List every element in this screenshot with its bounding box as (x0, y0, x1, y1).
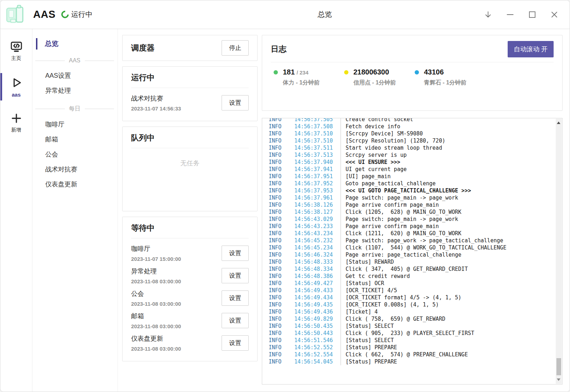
log-line: INFO 14:56:49.829 Click ( 758, 659) @ GE… (269, 315, 555, 323)
nav-rail: 主页 aas 新增 (0, 29, 32, 392)
log-level: INFO (269, 137, 294, 144)
log-message: Click ( 347, 405) @ GET_REWARD_CREDIT (346, 265, 468, 273)
sidebar-item[interactable]: 咖啡厅 (32, 117, 118, 132)
log-level: INFO (269, 265, 294, 273)
log-level: INFO (269, 287, 294, 294)
log-level: INFO (269, 144, 294, 151)
log-timestamp: 14:56:51.546 (294, 337, 338, 344)
settings-button[interactable]: 设置 (222, 290, 249, 306)
stat-dot-icon (415, 70, 419, 74)
log-message: Page switch: page_main -> page_work (346, 216, 458, 223)
log-scrollbar[interactable] (556, 119, 562, 384)
settings-button[interactable]: 设置 (222, 95, 249, 110)
log-line: INFO 14:56:48.334 Click ( 347, 405) @ GE… (269, 265, 555, 273)
sidebar-item[interactable]: 邮箱 (32, 132, 118, 147)
minimize-icon[interactable] (506, 10, 515, 19)
log-level: INFO (269, 230, 294, 237)
log-message: Goto page_tactical_challenge (346, 180, 436, 187)
log-separator (341, 280, 341, 287)
task-time: 2023-11-07 14:56:33 (131, 105, 181, 112)
log-timestamp: 14:56:37.510 (294, 137, 338, 144)
sidebar: 总览 AAS AAS设置 异常处理 每日 咖啡厅 邮箱 公会 战术对抗赛 (32, 29, 118, 392)
log-separator (341, 118, 341, 123)
sidebar-item-overview[interactable]: 总览 (32, 37, 118, 50)
log-separator (341, 159, 341, 166)
scroll-up-arrow-icon[interactable] (557, 122, 560, 124)
waiting-title: 等待中 (131, 223, 249, 233)
log-separator (341, 323, 341, 330)
log-line: INFO 14:56:52.554 Click ( 662, 574) @ PR… (269, 351, 555, 358)
download-icon[interactable] (483, 10, 493, 19)
log-message: [Status] PREPARE (346, 344, 397, 351)
log-level: INFO (269, 166, 294, 173)
log-level: INFO (269, 273, 294, 280)
log-timestamp: 14:56:50.443 (294, 330, 338, 337)
log-panel[interactable]: INFO 14:56:37.505 Create control socket … (262, 118, 563, 385)
settings-button[interactable]: 设置 (222, 268, 249, 283)
waiting-task-row: 咖啡厅 2023-11-07 15:00:00 设置 (131, 243, 249, 265)
queue-empty-text: 无任务 (131, 159, 249, 167)
log-message: Page arrive confirm page_main (346, 201, 439, 208)
log-level: INFO (269, 244, 294, 251)
log-level: INFO (269, 351, 294, 358)
close-icon[interactable] (550, 10, 559, 19)
log-level: INFO (269, 280, 294, 287)
stop-button[interactable]: 停止 (222, 40, 249, 56)
log-message: Page switch: page_main -> page_work (346, 194, 458, 201)
queue-title: 队列中 (131, 133, 249, 143)
log-line: INFO 14:56:37.510 [Scrcpy Device] SM-S90… (269, 130, 555, 137)
log-timestamp: 14:56:48.333 (294, 258, 338, 265)
log-line: INFO 14:56:45.234 Click (1107, 544) @ WO… (269, 244, 555, 251)
log-separator (341, 287, 341, 294)
maximize-icon[interactable] (528, 10, 537, 19)
sidebar-section-daily: 每日 (35, 105, 114, 113)
log-separator (341, 337, 341, 344)
app-name: AAS (33, 9, 56, 20)
log-message: Start video stream loop thread (346, 144, 442, 151)
rail-item-new[interactable]: 新增 (0, 109, 32, 136)
settings-button[interactable]: 设置 (222, 335, 249, 351)
log-line: INFO 14:56:50.443 Click ( 905, 233) @ PL… (269, 330, 555, 337)
scrollbar-thumb[interactable] (556, 358, 561, 375)
task-name: 邮箱 (131, 312, 181, 320)
queue-card: 队列中 无任务 (122, 127, 258, 211)
log-scroll-area[interactable]: INFO 14:56:37.505 Create control socket … (262, 118, 555, 384)
log-message: Fetch device info (346, 123, 400, 130)
log-line: INFO 14:56:37.513 Scrcpy server is up (269, 151, 555, 159)
waiting-task-row: 仪表盘更新 2023-11-08 03:00:00 设置 (131, 333, 249, 355)
log-line: INFO 14:56:37.941 UI get current page (269, 166, 555, 173)
task-name: 咖啡厅 (131, 244, 181, 253)
settings-button[interactable]: 设置 (222, 313, 249, 328)
sidebar-item[interactable]: 异常处理 (32, 83, 118, 98)
log-line: INFO 14:56:52.552 [Status] PREPARE (269, 344, 555, 351)
autoscroll-toggle-button[interactable]: 自动滚动 开 (508, 41, 554, 57)
rail-item-home[interactable]: 主页 (0, 37, 32, 65)
log-timestamp: 14:56:49.433 (294, 287, 338, 294)
sidebar-item[interactable]: 仪表盘更新 (32, 177, 118, 192)
log-separator (341, 123, 341, 130)
stat-item: 43106 青辉石 - 1分钟前 (415, 68, 485, 87)
log-line: INFO 14:56:37.961 Page switch: page_main… (269, 194, 555, 201)
sidebar-item[interactable]: 公会 (32, 147, 118, 162)
log-line: INFO 14:56:37.940 <<< UI ENSURE >>> (269, 159, 555, 166)
log-line: INFO 14:56:49.435 [OCR_TICKET 0.008s] (4… (269, 301, 555, 308)
rail-item-aas[interactable]: aas (0, 73, 32, 100)
sidebar-item[interactable]: AAS设置 (32, 68, 118, 83)
log-separator (341, 187, 341, 194)
task-time: 2023-11-08 03:00:00 (131, 278, 181, 284)
log-level: INFO (269, 180, 294, 187)
log-timestamp: 14:56:45.232 (294, 237, 338, 244)
log-line: INFO 14:56:37.508 Fetch device info (269, 123, 555, 130)
log-timestamp: 14:56:52.554 (294, 351, 338, 358)
sidebar-item[interactable]: 战术对抗赛 (32, 162, 118, 177)
settings-button[interactable]: 设置 (222, 246, 249, 261)
sidebar-section-aas-items: AAS设置 异常处理 (32, 68, 118, 98)
log-message: Click (1205, 628) @ MAIN_GO_TO_WORK (346, 208, 461, 216)
log-message: <<< UI ENSURE >>> (346, 159, 400, 166)
scheduler-card: 调度器 停止 (122, 35, 258, 61)
log-message: Click ( 758, 659) @ GET_REWARD (346, 315, 445, 323)
log-level: INFO (269, 294, 294, 301)
scroll-down-arrow-icon[interactable] (557, 378, 560, 381)
log-separator (341, 180, 341, 187)
log-separator (341, 358, 341, 365)
